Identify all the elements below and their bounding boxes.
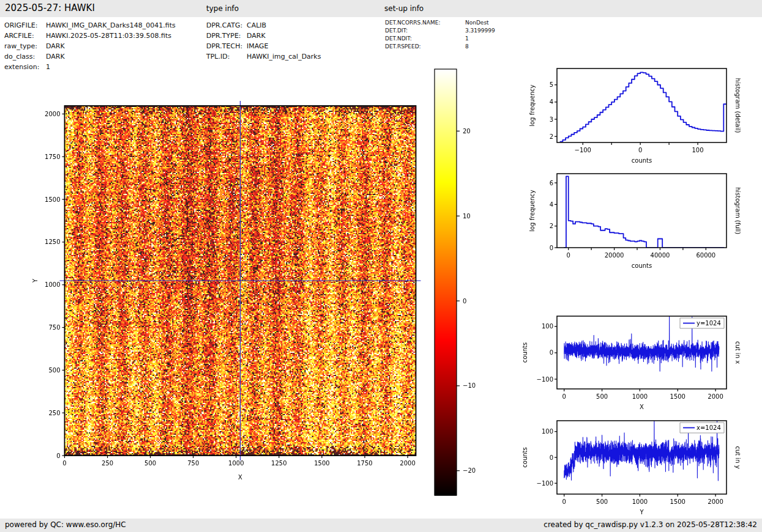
meta-row: DET.NCORRS.NAME:NonDest: [385, 19, 495, 27]
meta-row: DET.NDIT:1: [385, 35, 495, 43]
cut-in-x-plot: [520, 306, 762, 422]
meta-value: IMAGE: [247, 42, 269, 50]
meta-row: DPR.TYPE:DARK: [206, 31, 321, 41]
meta-label: do_class:: [4, 51, 46, 62]
meta-label: DET.RSPEED:: [385, 43, 465, 51]
cut-in-y-plot: [520, 411, 762, 519]
meta-value: 8: [465, 43, 469, 50]
dark-frame-image-plot: [24, 89, 428, 489]
meta-row: raw_type:DARK: [4, 41, 176, 51]
meta-label: DPR.TECH:: [206, 41, 247, 51]
meta-value: NonDest: [465, 20, 489, 26]
meta-value: CALIB: [247, 21, 266, 29]
header-bar: 2025-05-27: HAWKI type info set-up info: [0, 0, 762, 17]
meta-value: 1: [46, 63, 50, 71]
meta-label: DET.NCORRS.NAME:: [385, 19, 465, 27]
meta-row: DPR.TECH:IMAGE: [206, 41, 321, 51]
meta-label: extension:: [4, 62, 46, 72]
meta-row: TPL.ID:HAWKI_img_cal_Darks: [206, 51, 321, 62]
meta-label: ARCFILE:: [4, 31, 46, 41]
meta-label: DPR.CATG:: [206, 20, 247, 31]
meta-value: DARK: [46, 42, 65, 50]
meta-value: DARK: [46, 53, 65, 61]
setup-info-block: DET.NCORRS.NAME:NonDest DET.DIT:3.319999…: [385, 19, 495, 51]
meta-row: extension:1: [4, 62, 176, 72]
meta-value: 1: [465, 35, 469, 42]
meta-value: DARK: [247, 32, 266, 40]
meta-label: DET.DIT:: [385, 27, 465, 35]
meta-label: TPL.ID:: [206, 51, 247, 62]
meta-row: ORIGFILE:HAWKI_IMG_DARK_Darks148_0041.fi…: [4, 20, 176, 31]
meta-row: DET.DIT:3.3199999: [385, 27, 495, 35]
meta-value: HAWKI_IMG_DARK_Darks148_0041.fits: [46, 21, 176, 29]
file-info-block: ORIGFILE:HAWKI_IMG_DARK_Darks148_0041.fi…: [4, 20, 176, 72]
meta-label: DPR.TYPE:: [206, 31, 247, 41]
meta-value: 3.3199999: [465, 28, 495, 34]
colorbar: [428, 61, 487, 501]
footer-right-text: created by qc_rawdisp.py v1.2.3 on 2025-…: [543, 520, 757, 529]
page-title: 2025-05-27: HAWKI: [5, 2, 95, 13]
type-info-header: type info: [206, 4, 239, 13]
footer-bar: powered by QC: www.eso.org/HC created by…: [0, 519, 762, 532]
type-info-block: DPR.CATG:CALIB DPR.TYPE:DARK DPR.TECH:IM…: [206, 20, 321, 62]
histogram-full-plot: [520, 165, 762, 281]
meta-value: HAWKI_img_cal_Darks: [247, 53, 321, 61]
meta-label: ORIGFILE:: [4, 20, 46, 31]
meta-label: DET.NDIT:: [385, 35, 465, 43]
meta-label: raw_type:: [4, 41, 46, 51]
histogram-detail-plot: [520, 58, 762, 174]
footer-left-text: powered by QC: www.eso.org/HC: [5, 520, 126, 529]
meta-row: DPR.CATG:CALIB: [206, 20, 321, 31]
meta-value: HAWKI.2025-05-28T11:03:39.508.fits: [46, 32, 171, 40]
meta-row: ARCFILE:HAWKI.2025-05-28T11:03:39.508.fi…: [4, 31, 176, 41]
meta-row: do_class:DARK: [4, 51, 176, 62]
setup-info-header: set-up info: [384, 4, 424, 13]
meta-row: DET.RSPEED:8: [385, 43, 495, 51]
